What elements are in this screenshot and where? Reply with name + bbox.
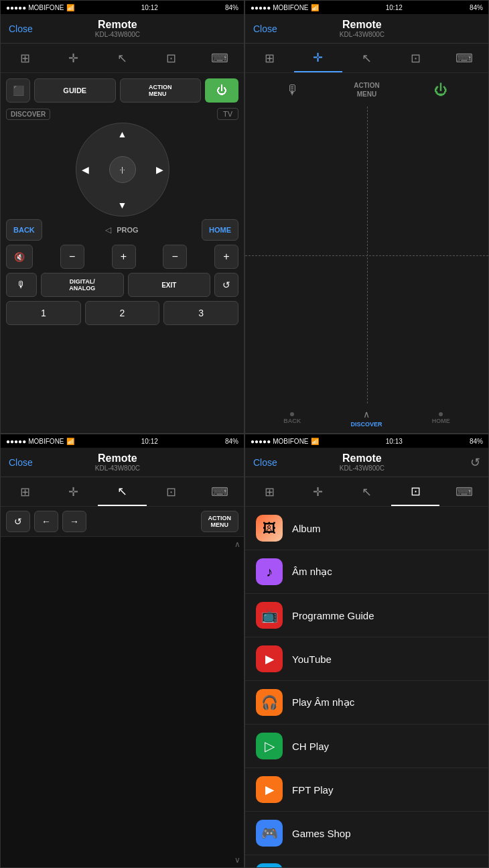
action-menu-button-1[interactable]: ACTION MENU — [120, 78, 202, 103]
refresh-button-1[interactable]: ↺ — [214, 273, 238, 297]
quadrant-touchpad: ●●●●● MOBIFONE 📶 10:12 84% Close Remote … — [244, 0, 489, 434]
tab-grid-4[interactable]: ⊞ — [245, 477, 294, 506]
status-bar-2: ●●●●● MOBIFONE 📶 10:12 84% — [245, 1, 488, 14]
scroll-down-arrow[interactable]: ∨ — [234, 855, 240, 865]
app-name-youtube: YouTube — [292, 654, 332, 665]
signal-dots-2: ●●●●● — [251, 4, 271, 11]
tab-move-3[interactable]: ✛ — [50, 477, 98, 506]
browser-area[interactable]: ∧ ∨ — [1, 537, 244, 867]
browser-refresh-button[interactable]: ↺ — [6, 511, 30, 532]
tab-cursor-1[interactable]: ↖ — [98, 44, 147, 72]
time-1: 10:12 — [141, 4, 158, 11]
num-1-button[interactable]: 1 — [6, 301, 81, 325]
action-menu-touchpad[interactable]: ACTIONMENU — [354, 81, 379, 99]
crosshair-vertical — [367, 107, 368, 404]
tab-grid-3[interactable]: ⊞ — [1, 477, 50, 506]
dpad-center[interactable]: ·|· — [109, 156, 136, 183]
touchpad-area[interactable] — [245, 107, 488, 404]
guide-button[interactable]: GUIDE — [34, 78, 116, 103]
tab-split-4[interactable]: ⊡ — [391, 477, 440, 506]
app-item-share-img[interactable]: 🖼 Chia sẻ ảnh cộng — [245, 855, 488, 867]
tab-keyboard-2[interactable]: ⌨ — [439, 44, 488, 72]
header-center-3: Remote KDL-43W800C — [95, 452, 140, 472]
app-item-music[interactable]: ♪ Âm nhạc — [245, 550, 488, 594]
volume-prog-row: 🔇 − + − + — [6, 245, 238, 269]
home-button[interactable]: HOME — [202, 219, 238, 241]
tp-discover-button[interactable]: ∧ DISCOVER — [350, 409, 382, 428]
tab-keyboard-1[interactable]: ⌨ — [195, 44, 244, 72]
dpad-up[interactable]: ▲ — [118, 129, 127, 139]
tab-grid-2[interactable]: ⊞ — [245, 44, 294, 72]
discover-label[interactable]: DISCOVER — [6, 109, 50, 120]
dpad-right[interactable]: ▶ — [156, 164, 163, 175]
close-button-4[interactable]: Close — [253, 457, 277, 468]
browser-back-button[interactable]: ← — [34, 511, 58, 532]
back-button[interactable]: BACK — [6, 219, 42, 241]
quadrant-apps: ●●●●● MOBIFONE 📶 10:13 84% Close Remote … — [244, 434, 489, 868]
tab-keyboard-3[interactable]: ⌨ — [195, 477, 244, 506]
quadrant-remote: ●●●●● MOBIFONE 📶 10:12 84% Close Remote … — [0, 0, 244, 434]
app-icon-games: 🎮 — [256, 820, 283, 847]
header-1: Close Remote KDL-43W800C — [1, 14, 244, 44]
mute-button[interactable]: 🔇 — [6, 245, 33, 269]
action-menu-text-2: ACTIONMENU — [354, 81, 379, 99]
time-4: 10:13 — [386, 438, 403, 445]
vol-plus-button[interactable]: + — [112, 245, 136, 269]
dpad-left[interactable]: ◀ — [82, 164, 89, 175]
tab-grid-1[interactable]: ⊞ — [1, 44, 50, 72]
browser-action-menu-button[interactable]: ACTION MENU — [201, 511, 239, 532]
dpad-down[interactable]: ▼ — [118, 200, 127, 210]
scroll-up-arrow[interactable]: ∧ — [234, 540, 240, 549]
close-button-2[interactable]: Close — [253, 23, 277, 34]
app-item-ch-play[interactable]: ▷ CH Play — [245, 725, 488, 768]
tv-label[interactable]: TV — [217, 108, 238, 120]
num-3-button[interactable]: 3 — [163, 301, 238, 325]
tp-back-dot — [290, 412, 294, 416]
close-button-1[interactable]: Close — [9, 23, 33, 34]
app-item-games[interactable]: 🎮 Games Shop — [245, 812, 488, 855]
touchpad-content: 🎙 ACTIONMENU ⏻ BACK ∧ DISCOVER — [245, 73, 488, 433]
header-right-4[interactable]: ↺ — [447, 455, 480, 470]
header-4: Close Remote KDL-43W800C ↺ — [245, 448, 488, 477]
prog-label: PROG — [117, 226, 138, 234]
digital-analog-button[interactable]: DIGITAL/ ANALOG — [41, 273, 124, 297]
app-icon-play-music: 🎧 — [256, 689, 283, 716]
status-bar-4: ●●●●● MOBIFONE 📶 10:13 84% — [245, 434, 488, 448]
tab-cursor-2[interactable]: ↖ — [342, 44, 391, 72]
close-button-3[interactable]: Close — [9, 457, 33, 468]
tab-cursor-4[interactable]: ↖ — [342, 477, 391, 506]
ch-minus-button[interactable]: − — [163, 245, 187, 269]
num-2-button[interactable]: 2 — [85, 301, 160, 325]
tp-back-button[interactable]: BACK — [283, 412, 301, 424]
header-center-4: Remote KDL-43W800C — [340, 452, 385, 472]
exit-button[interactable]: EXIT — [128, 273, 211, 297]
quadrant-browser: ●●●●● MOBIFONE 📶 10:12 84% Close Remote … — [0, 434, 244, 868]
tab-move-1[interactable]: ✛ — [50, 44, 98, 72]
app-item-album[interactable]: 🖼 Album — [245, 507, 488, 550]
ch-plus-button[interactable]: + — [214, 245, 238, 269]
header-3: Close Remote KDL-43W800C — [1, 448, 244, 477]
browser-forward-button[interactable]: → — [62, 511, 86, 532]
mic-button-1[interactable]: 🎙 — [6, 273, 37, 297]
vol-minus-button[interactable]: − — [60, 245, 84, 269]
header-refresh-icon[interactable]: ↺ — [470, 456, 480, 469]
app-item-play-music[interactable]: 🎧 Play Âm nhạc — [245, 681, 488, 725]
power-button-2[interactable]: ⏻ — [434, 82, 447, 98]
tab-cursor-3[interactable]: ↖ — [98, 477, 147, 506]
tab-split-1[interactable]: ⊡ — [147, 44, 196, 72]
signal-dots-3: ●●●●● — [6, 438, 26, 445]
tab-move-2[interactable]: ✛ — [294, 44, 343, 72]
battery-4: 84% — [470, 438, 483, 445]
app-item-fpt[interactable]: ▶ FPT Play — [245, 768, 488, 812]
tab-move-4[interactable]: ✛ — [294, 477, 343, 506]
tab-split-2[interactable]: ⊡ — [391, 44, 440, 72]
tab-split-3[interactable]: ⊡ — [147, 477, 196, 506]
app-item-youtube[interactable]: ▶ YouTube — [245, 637, 488, 681]
tp-home-button[interactable]: HOME — [432, 412, 450, 424]
mic-button-2[interactable]: 🎙 — [286, 82, 299, 98]
header-2: Close Remote KDL-43W800C — [245, 14, 488, 44]
power-button-1[interactable]: ⏻ — [205, 78, 238, 103]
app-item-guide[interactable]: 📺 Programme Guide — [245, 594, 488, 637]
tab-keyboard-4[interactable]: ⌨ — [439, 477, 488, 506]
input-button[interactable]: ⬛ — [6, 78, 30, 103]
